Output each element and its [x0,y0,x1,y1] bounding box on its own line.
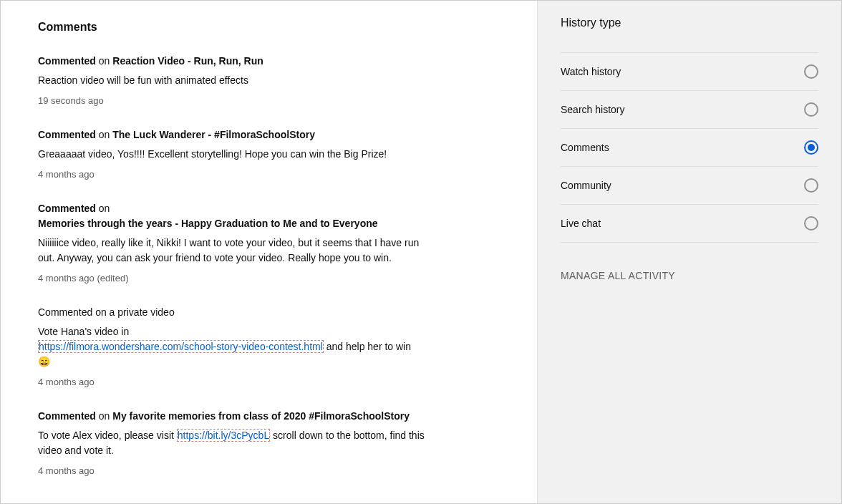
comment-time: 19 seconds ago [38,95,425,106]
comment-time: 4 months ago [38,377,425,387]
commented-label: Commented [38,55,96,67]
comment-header[interactable]: Commented on The Luck Wanderer - #Filmor… [38,127,425,142]
history-type-list: Watch history Search history Comments Co… [561,52,818,243]
comment-text-before: To vote Alex video, please visit [38,430,177,441]
comment-time: 4 months ago (edited) [38,273,425,284]
video-title: The Luck Wanderer - #FilmoraSchoolStory [112,129,315,140]
comment-header[interactable]: Commented on Reaction Video - Run, Run, … [38,54,425,69]
sidebar: History type Watch history Search histor… [537,1,841,503]
comment-time: 4 months ago [38,465,425,476]
comment-body: Greaaaaat video, Yos!!!! Excellent story… [38,147,425,162]
comment-item: Commented onMemories through the years -… [38,201,425,284]
radio-label: Live chat [561,218,601,229]
comment-body: To vote Alex video, please visit https:/… [38,428,425,458]
radio-label: Community [561,180,611,191]
comment-body: Vote Hana's video in https://filmora.won… [38,324,425,369]
sidebar-title: History type [561,16,818,39]
history-type-search[interactable]: Search history [561,91,818,129]
radio-label: Search history [561,104,624,115]
video-title: My favorite memories from class of 2020 … [112,410,410,422]
radio-icon [804,216,818,231]
comment-item: Commented on a private video Vote Hana's… [38,305,425,387]
comment-header[interactable]: Commented on My favorite memories from c… [38,409,425,424]
comment-item: Commented on Reaction Video - Run, Run, … [38,54,425,106]
comment-link[interactable]: https://filmora.wondershare.com/school-s… [38,340,324,353]
comments-main: Comments Commented on Reaction Video - R… [1,1,537,503]
commented-private-label: Commented on a private video [38,306,175,318]
on-label: on [96,55,112,67]
comment-time: 4 months ago [38,169,425,180]
radio-icon [804,140,818,155]
on-label: on [96,203,110,214]
radio-label: Watch history [561,66,621,77]
history-type-livechat[interactable]: Live chat [561,205,818,243]
comment-item: Commented on My favorite memories from c… [38,409,425,476]
radio-icon [804,102,818,117]
video-title: Reaction Video - Run, Run, Run [112,55,263,67]
comment-header[interactable]: Commented onMemories through the years -… [38,201,425,231]
radio-label: Comments [561,142,609,153]
commented-label: Commented [38,410,96,422]
comment-text-before: Vote Hana's video in [38,326,129,337]
commented-label: Commented [38,129,96,140]
history-type-watch[interactable]: Watch history [561,53,818,91]
comment-body: Niiiiiice video, really like it, Nikki! … [38,236,425,266]
history-type-comments[interactable]: Comments [561,129,818,167]
comment-link[interactable]: https://bit.ly/3cPycbL [177,429,270,442]
page-title: Comments [38,21,500,34]
radio-icon [804,178,818,193]
comment-header[interactable]: Commented on a private video [38,305,425,320]
video-title: Memories through the years - Happy Gradu… [38,218,378,229]
manage-all-activity-link[interactable]: MANAGE ALL ACTIVITY [561,270,818,281]
comment-item: Commented on The Luck Wanderer - #Filmor… [38,127,425,180]
radio-icon [804,64,818,79]
on-label: on [96,129,112,140]
comment-body: Reaction video will be fun with animated… [38,73,425,88]
commented-label: Commented [38,203,96,214]
history-type-community[interactable]: Community [561,167,818,205]
on-label: on [96,410,112,422]
